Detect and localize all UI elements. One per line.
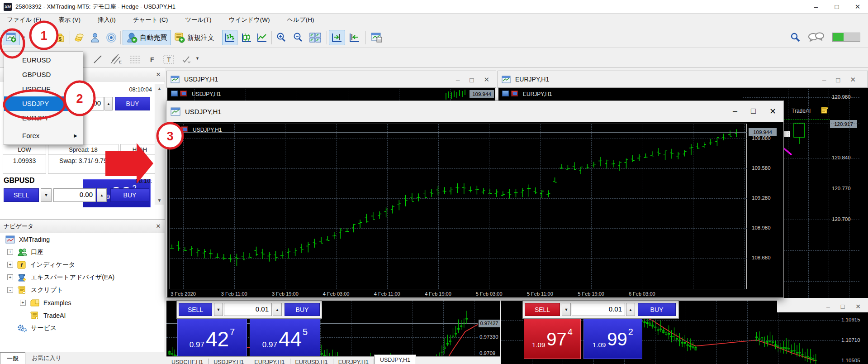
sell-button[interactable]: SELL	[4, 188, 39, 202]
new-chart-dropdown-caret[interactable]: ▼	[22, 35, 26, 40]
chart-tab[interactable]: EURJPY,H1	[249, 359, 290, 364]
chat-button[interactable]	[807, 30, 825, 45]
chart-tab[interactable]: EURUSD,H1	[290, 359, 333, 364]
symbol-menu-item[interactable]: GBPUSD	[4, 67, 83, 82]
menu-item[interactable]: チャート (C)	[133, 16, 168, 24]
docked-usdjpy-window-titlebar[interactable]: USDJPY,H1 –□✕	[166, 71, 496, 88]
tree-expander-icon[interactable]: +	[7, 274, 13, 280]
new-chart-button[interactable]	[3, 30, 20, 45]
community-button[interactable]	[88, 30, 102, 45]
close-icon[interactable]: ✕	[855, 303, 861, 310]
navigator-item--[interactable]: 口座	[17, 246, 171, 259]
buy-button[interactable]: BUY	[638, 303, 676, 316]
minimize-icon[interactable]: –	[822, 76, 826, 84]
buy-price-display[interactable]: 0.97445	[250, 319, 320, 359]
tree-expander-icon[interactable]: -	[7, 287, 13, 293]
tree-expander-icon[interactable]: +	[7, 249, 13, 255]
volume-dropdown[interactable]: ▼	[562, 303, 571, 316]
scroll-up-icon[interactable]: ▲	[155, 84, 164, 91]
buy-button[interactable]: BUY	[285, 303, 320, 316]
market-watch-scrollbar[interactable]: ▲ ▼	[155, 84, 164, 205]
navigator-item-tradeai[interactable]: TradeAI	[30, 309, 184, 322]
zoom-in-button[interactable]	[274, 30, 289, 45]
tree-expander-icon[interactable]: +	[20, 300, 26, 306]
profiles-button[interactable]: $	[51, 30, 67, 45]
chart-tab[interactable]: USDCHF,H1	[166, 359, 209, 364]
search-button[interactable]	[788, 30, 802, 45]
zoom-out-button[interactable]	[290, 30, 306, 45]
volume-input[interactable]: 0.01	[224, 303, 272, 316]
history-center-button[interactable]	[72, 30, 86, 45]
symbol-menu-item[interactable]: USDJPY	[4, 96, 83, 111]
navigator-item-xmtrading[interactable]: XMTrading	[5, 233, 159, 246]
menu-item[interactable]: ウインドウ(W)	[229, 16, 270, 24]
symbol-menu-item[interactable]: EURUSD	[4, 53, 83, 67]
volume-input[interactable]: 0.01	[572, 303, 625, 316]
menu-item[interactable]: ファイル (F)	[7, 16, 41, 24]
symbol-menu-item[interactable]: USDCHF	[4, 82, 83, 96]
signals-button[interactable]	[104, 30, 119, 45]
menu-item[interactable]: 表示 (V)	[58, 16, 81, 24]
objects-tool-button[interactable]	[179, 52, 194, 67]
chart-tab[interactable]: EURJPY,H1	[333, 359, 374, 364]
save-chart-icon[interactable]	[511, 91, 518, 96]
sell-button[interactable]: SELL	[525, 303, 560, 316]
navigator-item--[interactable]: fインディケータ	[17, 259, 171, 271]
profile-dropdown-caret[interactable]: ▼	[46, 35, 50, 40]
navigator-item-examples[interactable]: Examples	[30, 297, 184, 309]
maximize-icon[interactable]: □	[470, 76, 474, 84]
maximize-icon[interactable]: □	[841, 303, 844, 310]
minimize-icon[interactable]: –	[733, 106, 737, 116]
fibonacci-tool-button[interactable]: F	[146, 52, 159, 67]
buy-button[interactable]: BUY	[115, 97, 150, 110]
menu-item[interactable]: 挿入(I)	[98, 16, 116, 24]
navigator-tab[interactable]: お気に入り	[25, 352, 68, 364]
symbol-menu-forex[interactable]: Forex▶	[4, 129, 83, 143]
minimize-icon[interactable]: –	[806, 0, 826, 14]
auto-scroll-button[interactable]	[329, 30, 345, 45]
navigator-close-icon[interactable]: ✕	[154, 220, 162, 233]
depth-of-market-icon[interactable]	[172, 126, 179, 132]
bar-chart-mode-button[interactable]	[222, 30, 237, 45]
volume-dropdown[interactable]: ▼	[214, 303, 223, 316]
minimize-icon[interactable]: –	[456, 76, 460, 84]
chart-shift-button[interactable]	[346, 30, 363, 45]
volume-up-stepper[interactable]: ▲	[273, 303, 282, 316]
profile-button[interactable]	[28, 30, 44, 45]
depth-of-market-icon[interactable]	[171, 91, 178, 96]
tree-expander-icon[interactable]: +	[7, 262, 13, 268]
menu-item[interactable]: ツール(T)	[185, 16, 211, 24]
maximize-icon[interactable]: □	[751, 106, 756, 116]
menu-item[interactable]: ヘルプ(H)	[287, 16, 314, 24]
buy-button[interactable]: BUY	[110, 188, 149, 202]
tile-windows-button[interactable]	[307, 30, 323, 45]
symbol-menu-item[interactable]: EURJPY	[4, 111, 83, 125]
volume-input[interactable]: 0.00	[53, 188, 96, 202]
scroll-down-icon[interactable]: ▼	[155, 198, 164, 203]
sell-price-display[interactable]: 0.97427	[177, 319, 247, 359]
candlestick-mode-button[interactable]	[239, 30, 254, 45]
text-tool-button[interactable]: T	[161, 52, 176, 67]
minimize-icon[interactable]: –	[826, 303, 830, 310]
new-order-button[interactable]: 新規注文	[170, 30, 218, 45]
depth-of-market-icon[interactable]	[502, 91, 509, 96]
close-icon[interactable]: ✕	[484, 76, 489, 84]
channel-tool-button[interactable]: E	[108, 52, 124, 67]
grid-tool-button[interactable]	[127, 52, 143, 67]
sell-button[interactable]: SELL	[179, 303, 212, 316]
volume-up-stepper[interactable]: ▲	[626, 303, 635, 316]
maximize-icon[interactable]: □	[826, 0, 847, 14]
volume-up-stepper[interactable]: ▲	[104, 97, 113, 110]
sell-price-display[interactable]: 1.09974	[524, 319, 581, 359]
autotrade-button[interactable]: 自動売買	[123, 30, 171, 45]
save-chart-icon[interactable]	[181, 126, 188, 132]
docked-eurjpy-window-titlebar[interactable]: EURJPY,H1 –□✕	[498, 71, 868, 88]
save-chart-icon[interactable]	[180, 91, 187, 96]
buy-price-display[interactable]: 1.09992	[583, 319, 642, 359]
navigator-tab[interactable]: 一般	[0, 352, 25, 364]
volume-dropdown[interactable]: ▼	[41, 188, 52, 202]
trendline-tool-button[interactable]	[90, 52, 105, 67]
navigator-item--[interactable]: スクリプト	[17, 284, 171, 297]
chart-tab[interactable]: USDJPY,H1	[374, 354, 416, 364]
floating-window-titlebar[interactable]: USDJPY,H1 –□✕	[166, 101, 783, 122]
